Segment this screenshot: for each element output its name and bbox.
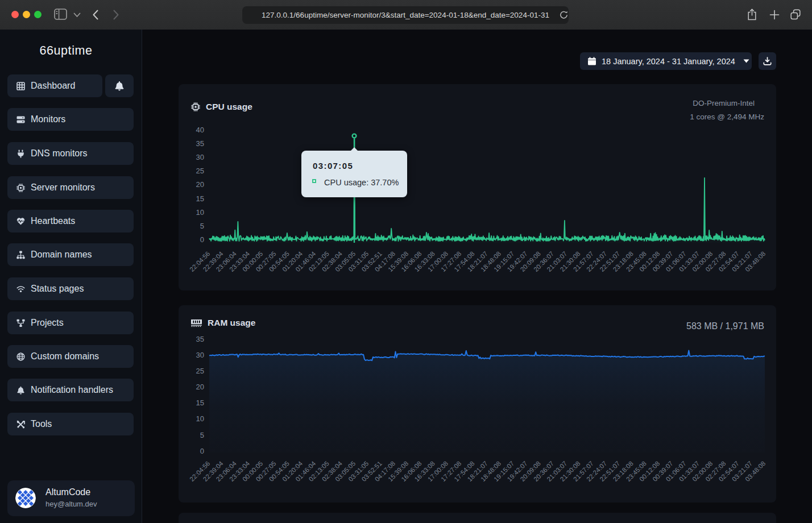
svg-text:40: 40: [196, 126, 204, 134]
svg-text:25: 25: [196, 167, 204, 175]
svg-text:30: 30: [196, 351, 204, 359]
svg-text:35: 35: [196, 139, 204, 148]
svg-text:0: 0: [200, 235, 204, 244]
svg-text:35: 35: [196, 335, 204, 343]
svg-text:20: 20: [196, 383, 204, 391]
svg-text:15: 15: [196, 194, 204, 203]
svg-text:30: 30: [196, 153, 204, 161]
svg-text:10: 10: [196, 414, 204, 423]
svg-text:5: 5: [200, 431, 204, 439]
svg-text:10: 10: [196, 208, 204, 217]
svg-text:20: 20: [196, 180, 204, 189]
svg-text:0: 0: [200, 447, 204, 455]
svg-text:15: 15: [196, 399, 204, 407]
svg-text:25: 25: [196, 367, 204, 375]
svg-text:5: 5: [200, 222, 204, 230]
